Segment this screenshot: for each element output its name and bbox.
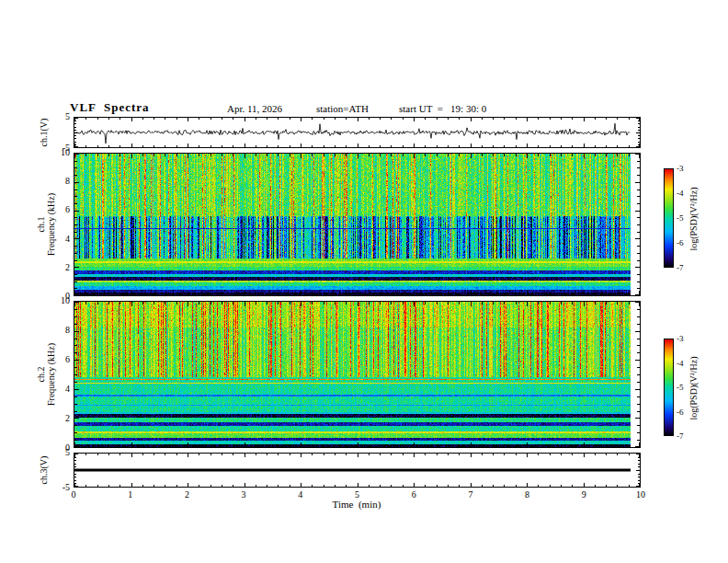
panel-ch1-spectrogram bbox=[74, 153, 641, 296]
x-tick-label: 5 bbox=[355, 490, 359, 500]
colorbar-ch2-tick-label: -7 bbox=[677, 432, 684, 441]
colorbar-ch1-tick-label: -4 bbox=[677, 190, 684, 198]
colorbar-ch2-tick-label: -4 bbox=[677, 360, 684, 368]
ch3-wave-y-tick-label: 5 bbox=[53, 448, 70, 457]
ch2-spec-y-tick-label: 6 bbox=[53, 355, 70, 364]
x-tick-label: 1 bbox=[128, 490, 132, 500]
ch1-spec-y-tick-label: 6 bbox=[53, 205, 70, 214]
ch2-spec-y-tick-label: 8 bbox=[53, 326, 70, 335]
ch1-wave-y-tick-label: 5 bbox=[53, 112, 70, 121]
figure-date: Apr. 11, 2026 bbox=[227, 103, 282, 114]
x-tick-label: 3 bbox=[242, 490, 246, 500]
colorbar-ch2-tick-label: -3 bbox=[677, 335, 684, 343]
psd-colorbar-label-ch2: log(PSD)(V²/Hz) bbox=[687, 296, 700, 480]
ch1-spec-y-tick-label: 2 bbox=[53, 263, 70, 272]
ch1-waveform-canvas bbox=[74, 118, 640, 147]
x-tick-label: 4 bbox=[298, 490, 302, 500]
colorbar-ch2-tick-label: -5 bbox=[677, 384, 684, 392]
figure-station: station=ATH bbox=[316, 103, 369, 114]
ch1-wave-y-tick-label: -5 bbox=[53, 144, 70, 153]
ch1-spectrogram-canvas bbox=[74, 154, 640, 295]
panel-ch2-spectrogram bbox=[74, 301, 641, 448]
x-tick-label: 2 bbox=[185, 490, 189, 500]
ch3-wave-y-tick-label: -5 bbox=[53, 483, 70, 492]
x-tick-label: 0 bbox=[72, 490, 76, 500]
ch2-spec-y-tick-label: 2 bbox=[53, 414, 70, 423]
colorbar-ch2 bbox=[664, 339, 674, 436]
time-axis-label: Time (min) bbox=[333, 500, 381, 509]
x-tick-label: 10 bbox=[636, 490, 645, 500]
panel-ch3-voltage bbox=[74, 453, 641, 488]
vlf-spectra-figure: VLF Spectra Apr. 11, 2026 station=ATH st… bbox=[0, 0, 728, 563]
colorbar-ch1-tick-label: -7 bbox=[677, 264, 684, 272]
ch2-spec-y-tick-label: 10 bbox=[53, 296, 70, 305]
x-tick-label: 7 bbox=[468, 490, 472, 500]
ch1-spec-y-tick-label: 4 bbox=[53, 235, 70, 244]
colorbar-ch1 bbox=[664, 168, 674, 268]
figure-title: VLF Spectra bbox=[70, 100, 150, 115]
colorbar-ch1-tick-label: -3 bbox=[677, 165, 684, 173]
panel-ch1-voltage bbox=[74, 117, 641, 148]
colorbar-ch2-canvas bbox=[665, 339, 673, 435]
psd-colorbar-label-ch1: log(PSD)(V²/Hz) bbox=[687, 127, 700, 311]
colorbar-ch1-tick-label: -5 bbox=[677, 214, 684, 223]
colorbar-ch1-tick-label: -6 bbox=[677, 239, 684, 247]
ch2-spec-y-tick-label: 4 bbox=[53, 385, 70, 394]
figure-start-ut: start UT = 19: 30: 0 bbox=[399, 103, 486, 114]
x-tick-label: 9 bbox=[582, 490, 586, 500]
colorbar-ch1-canvas bbox=[665, 169, 673, 267]
ch3-waveform-canvas bbox=[74, 454, 640, 487]
x-tick-label: 6 bbox=[412, 490, 416, 500]
ch2-spectrogram-canvas bbox=[74, 302, 640, 447]
x-tick-label: 8 bbox=[525, 490, 529, 500]
ch1-spec-y-tick-label: 8 bbox=[53, 177, 70, 186]
colorbar-ch2-tick-label: -6 bbox=[677, 408, 684, 417]
ch3-voltage-axis-label: ch.3(V) bbox=[37, 378, 50, 562]
